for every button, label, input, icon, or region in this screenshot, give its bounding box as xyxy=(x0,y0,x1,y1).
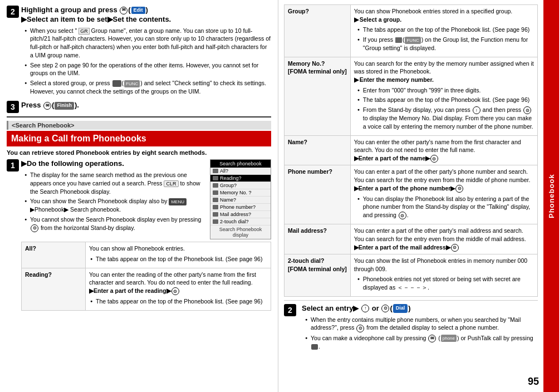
func-btn-grp: FUNC xyxy=(405,37,420,44)
phone-action: ▶Enter a part of the phone number▶ xyxy=(354,185,455,192)
table-row-group: Group? You can show Phonebook entries st… xyxy=(285,5,538,57)
reading-circle-btn: ⊙ xyxy=(171,287,179,295)
edit-circle-btn: ✉ xyxy=(120,7,128,14)
phone-bullets: You can display the Phonebook list also … xyxy=(357,195,534,220)
step-2-content: Highlight a group and press ✉(Edit) ▶Sel… xyxy=(21,6,271,97)
table-row-reading: Reading? You can enter the reading of th… xyxy=(22,268,271,310)
pb-item-all: All? xyxy=(210,168,271,175)
memno-bullet-1: Enter from "000" through "999" in three … xyxy=(357,86,534,95)
step-2-bullet-1: When you select " GR Group name", enter … xyxy=(24,27,271,60)
table-cell-name-content: You can enter the other party's name fro… xyxy=(350,135,537,165)
memno-action: Enter the memory number. xyxy=(354,76,434,83)
dial-circle-btn: ⊙ xyxy=(381,305,389,312)
pb-caption: Search Phonebookdisplay xyxy=(210,226,271,239)
finish-circle-btn: ✉ xyxy=(43,102,51,110)
table-row-all: All? You can show all Phonebook entries.… xyxy=(22,242,271,268)
pb-icon-name xyxy=(213,198,218,202)
menu-btn: MENU xyxy=(169,198,187,205)
table-cell-memno-content: You can search for the entry by the memo… xyxy=(350,57,537,135)
entry-circle-btn: ↑ xyxy=(361,305,369,312)
table-cell-phone-label: Phone number? xyxy=(285,165,351,224)
step-3-content: Press ✉(Finish). xyxy=(21,101,271,110)
section-title: Making a Call from Phonebooks xyxy=(7,131,271,146)
2touch-bullets: Phonebook entries not yet stored or bein… xyxy=(357,275,534,291)
pb-item-name: Name? xyxy=(210,197,271,204)
step-1-area: ▶Do the following operations. The displa… xyxy=(21,159,271,239)
pb-icon-memno xyxy=(213,190,218,195)
pb-title: Search phonebook xyxy=(210,160,271,168)
left-column: 2 Highlight a group and press ✉(Edit) ▶S… xyxy=(0,0,278,392)
table-cell-group-content: You can show Phonebook entries stored in… xyxy=(350,5,537,57)
dial-round-btn: ⊙ xyxy=(523,106,531,114)
pushtalk-btn xyxy=(311,344,318,350)
phone-press-btn: ⊙ xyxy=(399,212,406,219)
step-2-bottom-number: 2 xyxy=(284,304,296,316)
pb-item-phone: Phone number? xyxy=(210,204,271,211)
step-2-bullets: When you select " GR Group name", enter … xyxy=(24,27,271,96)
step-2-bottom-section: 2 Select an entry▶ ↑ or ⊙(Dial) When the… xyxy=(284,300,538,353)
search-small-table: All? You can show all Phonebook entries.… xyxy=(21,242,271,311)
right-content: Group? You can show Phonebook entries st… xyxy=(278,0,543,392)
func-btn: FUNC xyxy=(124,80,140,87)
step-3-number: 3 xyxy=(7,101,19,113)
step-2-bullet-2: See step 2 on page 90 for the operations… xyxy=(24,61,271,77)
table-cell-group-label: Group? xyxy=(285,5,351,57)
2touch-bullet-1: Phonebook entries not yet stored or bein… xyxy=(357,275,534,291)
step-2-number: 2 xyxy=(7,6,19,18)
pb-icon-phone xyxy=(213,205,218,209)
mail-action: ▶Enter a part of the mail address▶ xyxy=(354,244,450,251)
step-2-bottom-bullet-1: When the entry contains multiple phone n… xyxy=(305,316,538,332)
table-row-mail: Mail address? You can enter a part of th… xyxy=(285,224,538,254)
pb-icon-2touch xyxy=(213,219,218,224)
step-2-bullet-3: Select a stored group, or press (FUNC) a… xyxy=(24,79,271,96)
table-cell-phone-content: You can enter a part of the other party'… xyxy=(350,165,537,224)
func-icon xyxy=(112,80,121,87)
select-entry-text: Select an entry▶ xyxy=(302,304,359,312)
pb-icon-reading xyxy=(213,176,218,180)
step-2-bottom-title: Select an entry▶ ↑ or ⊙(Dial) xyxy=(302,304,538,313)
phone-circle-btn: ⊙ xyxy=(455,185,463,193)
mail-circle-btn: ⊙ xyxy=(451,244,459,252)
step-2-bottom-row: 2 Select an entry▶ ↑ or ⊙(Dial) When the… xyxy=(284,304,538,353)
step-2-bottom-bullets: When the entry contains multiple phone n… xyxy=(305,316,538,351)
detail-circle-btn: ⊙ xyxy=(356,325,364,332)
table-row-memno: Memory No.?[FOMA terminal only] You can … xyxy=(285,57,538,135)
pb-item-group: Group? xyxy=(210,182,271,189)
step-1-title: ▶Do the following operations. xyxy=(21,159,205,169)
search-phonebook-header: <Search Phonebook> xyxy=(7,121,271,130)
or-text: or xyxy=(372,304,381,312)
step-2-title: Highlight a group and press ✉(Edit) xyxy=(21,6,271,15)
step-2-bottom-bullet-2: You can make a videophone call by pressi… xyxy=(305,334,538,351)
dial-btn: Dial xyxy=(393,304,408,313)
step-3-title: Press ✉(Finish). xyxy=(21,101,271,110)
step-2-subtitle: ▶Select an item to be set▶Set the conten… xyxy=(21,15,271,24)
page-number: 95 xyxy=(528,376,539,388)
video-circle-btn: ✉ xyxy=(428,335,436,342)
group-action-select: Select a group. xyxy=(354,16,401,23)
section-subtitle: You can retrieve stored Phonebook entrie… xyxy=(7,149,271,156)
table-cell-mail-content: You can enter a part of the other party'… xyxy=(350,224,537,254)
all-bullet-1: The tabs appear on the top of the Phoneb… xyxy=(90,255,267,263)
step-1-bullets: The display for the same search method a… xyxy=(24,171,205,232)
edit-btn: Edit xyxy=(131,7,145,14)
table-cell-reading-label: Reading? xyxy=(22,268,86,310)
func-icon-grp xyxy=(395,37,402,43)
table-cell-reading-content: You can enter the reading of the other p… xyxy=(86,268,271,310)
pb-item-reading: Reading? xyxy=(210,175,271,182)
pb-item-2touch: 2-touch dial? xyxy=(210,218,271,226)
table-row-name: Name? You can enter the other party's na… xyxy=(285,135,538,165)
step-1-text: ▶Do the following operations. The displa… xyxy=(21,159,205,234)
pb-item-mail: Mail address? xyxy=(210,211,271,218)
step-1-section: 1 ▶Do the following operations. The disp… xyxy=(7,159,271,311)
pb-icon-group xyxy=(213,183,218,188)
table-cell-all-content: You can show all Phonebook entries. The … xyxy=(86,242,271,268)
all-bullets: The tabs appear on the top of the Phoneb… xyxy=(90,255,267,263)
finish-btn: Finish xyxy=(55,102,74,110)
table-cell-memno-label: Memory No.?[FOMA terminal only] xyxy=(285,57,351,135)
up-btn: ↑ xyxy=(473,106,480,114)
group-bullet-1: The tabs appear on the top of the Phoneb… xyxy=(357,26,534,34)
table-row-phone: Phone number? You can enter a part of th… xyxy=(285,165,538,224)
step-2-section: 2 Highlight a group and press ✉(Edit) ▶S… xyxy=(7,6,271,97)
step-3-section: 3 Press ✉(Finish). xyxy=(7,101,271,113)
pb-item-memno: Memory No. ? xyxy=(210,189,271,197)
